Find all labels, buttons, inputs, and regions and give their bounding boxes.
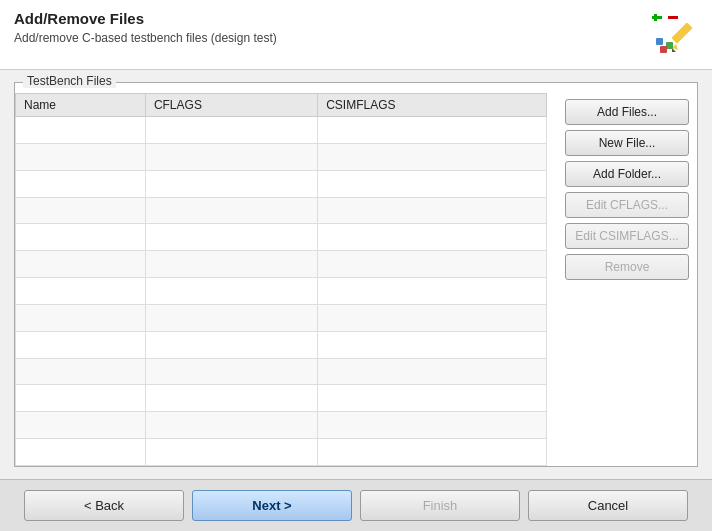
table-row [16, 251, 547, 278]
remove-button[interactable]: Remove [565, 254, 689, 280]
new-file-button[interactable]: New File... [565, 130, 689, 156]
table-cell [16, 385, 146, 412]
table-cell [145, 224, 317, 251]
col-name: Name [16, 94, 146, 117]
dialog-subtitle: Add/remove C-based testbench files (desi… [14, 31, 277, 45]
table-cell [318, 143, 547, 170]
table-row [16, 170, 547, 197]
table-row [16, 117, 547, 144]
table-cell [16, 412, 146, 439]
main-area: Name CFLAGS CSIMFLAGS Add Files... New F [15, 93, 697, 466]
edit-cflags-button[interactable]: Edit CFLAGS... [565, 192, 689, 218]
svg-rect-3 [671, 22, 692, 43]
group-box-label: TestBench Files [23, 74, 116, 88]
table-cell [145, 331, 317, 358]
header: Add/Remove Files Add/remove C-based test… [0, 0, 712, 70]
table-cell [318, 358, 547, 385]
table-cell [318, 331, 547, 358]
table-cell [318, 412, 547, 439]
svg-rect-1 [654, 14, 657, 21]
table-cell [16, 251, 146, 278]
table-cell [16, 197, 146, 224]
header-text: Add/Remove Files Add/remove C-based test… [14, 10, 277, 45]
group-box: TestBench Files Name CFLAGS CSIMFLAGS [14, 82, 698, 467]
next-button[interactable]: Next > [192, 490, 352, 521]
table-cell [16, 143, 146, 170]
table-area: Name CFLAGS CSIMFLAGS [15, 93, 547, 466]
table-row [16, 197, 547, 224]
table-cell [145, 439, 317, 466]
add-folder-button[interactable]: Add Folder... [565, 161, 689, 187]
table-row [16, 224, 547, 251]
table-cell [145, 197, 317, 224]
table-cell [318, 117, 547, 144]
svg-rect-8 [660, 46, 667, 53]
table-row [16, 385, 547, 412]
svg-rect-6 [656, 38, 663, 45]
table-cell [318, 439, 547, 466]
add-files-button[interactable]: Add Files... [565, 99, 689, 125]
table-cell [16, 358, 146, 385]
svg-rect-2 [668, 16, 678, 19]
table-cell [145, 117, 317, 144]
table-cell [145, 278, 317, 305]
table-cell [145, 143, 317, 170]
table-cell [318, 385, 547, 412]
table-cell [16, 331, 146, 358]
cancel-button[interactable]: Cancel [528, 490, 688, 521]
table-cell [318, 170, 547, 197]
table-cell [145, 170, 317, 197]
table-cell [145, 358, 317, 385]
table-cell [145, 385, 317, 412]
table-cell [318, 304, 547, 331]
svg-rect-7 [666, 42, 673, 49]
table-cell [318, 224, 547, 251]
header-icon [650, 10, 698, 61]
footer: < Back Next > Finish Cancel [0, 479, 712, 531]
table-row [16, 358, 547, 385]
table-row [16, 439, 547, 466]
finish-button[interactable]: Finish [360, 490, 520, 521]
dialog: Add/Remove Files Add/remove C-based test… [0, 0, 712, 531]
table-row [16, 143, 547, 170]
buttons-panel: Add Files... New File... Add Folder... E… [557, 93, 697, 466]
table-cell [16, 304, 146, 331]
table-cell [16, 278, 146, 305]
table-cell [318, 197, 547, 224]
table-cell [145, 304, 317, 331]
dialog-title: Add/Remove Files [14, 10, 277, 27]
table-cell [318, 278, 547, 305]
table-cell [16, 439, 146, 466]
content-area: TestBench Files Name CFLAGS CSIMFLAGS [0, 70, 712, 479]
table-cell [16, 224, 146, 251]
back-button[interactable]: < Back [24, 490, 184, 521]
table-row [16, 331, 547, 358]
table-row [16, 304, 547, 331]
table-cell [145, 251, 317, 278]
file-table: Name CFLAGS CSIMFLAGS [15, 93, 547, 466]
table-row [16, 278, 547, 305]
table-cell [16, 117, 146, 144]
col-csimflags: CSIMFLAGS [318, 94, 547, 117]
table-cell [318, 251, 547, 278]
col-cflags: CFLAGS [145, 94, 317, 117]
edit-csimflags-button[interactable]: Edit CSIMFLAGS... [565, 223, 689, 249]
table-row [16, 412, 547, 439]
table-cell [16, 170, 146, 197]
table-cell [145, 412, 317, 439]
